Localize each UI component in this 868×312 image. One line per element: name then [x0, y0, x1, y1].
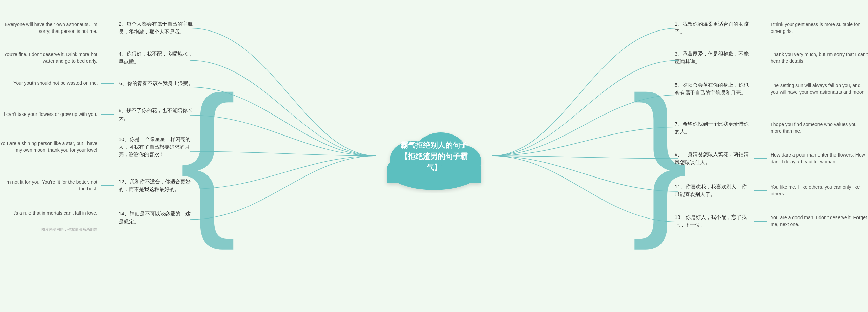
- right-item-1-line: [754, 28, 767, 28]
- left-item-3-zh: 6、你的青春不该在我身上浪费。: [119, 80, 193, 87]
- left-item-1-line: [101, 28, 114, 28]
- right-item-2: 3、承蒙厚爱，但是很抱歉，不能愿闻其详。 Thank you very much…: [675, 50, 868, 65]
- right-item-6: 11、你喜欢我，我喜欢别人，你只能喜欢别人了。 You like me, I l…: [675, 183, 868, 198]
- right-item-4-zh: 7、希望你找到一个比我更珍惜你的人。: [675, 120, 749, 136]
- right-item-4-line: [754, 128, 767, 128]
- right-item-5-en: How dare a poor man enter the flowers. H…: [771, 152, 868, 165]
- main-container: 霸气拒绝别人的句子【拒绝渣男的句子霸气】 { } Everyone will h…: [0, 0, 868, 312]
- right-item-1-en: I think your gentleness is more suitable…: [771, 21, 868, 35]
- right-item-7-line: [754, 221, 767, 222]
- left-item-1: Everyone will have their own astronauts.…: [0, 20, 193, 36]
- right-item-5: 9、一身清贫怎敢入繁花，两袖清风怎敢误佳人。 How dare a poor m…: [675, 151, 868, 166]
- left-item-7-zh: 14、神仙是不可以谈恋爱的，这是规定。: [119, 210, 193, 225]
- left-item-5: You are a shining person like a star, bu…: [0, 136, 193, 159]
- right-item-4: 7、希望你找到一个比我更珍惜你的人。 I hope you find someo…: [675, 120, 868, 136]
- right-item-5-zh: 9、一身清贫怎敢入繁花，两袖清风怎敢误佳人。: [675, 151, 749, 166]
- right-item-6-line: [754, 190, 767, 191]
- right-item-5-line: [754, 158, 767, 159]
- left-item-7: It's a rule that immortals can't fall in…: [0, 208, 193, 232]
- left-item-6-en: I'm not fit for you. You're fit for the …: [0, 179, 97, 192]
- right-item-3: 5、夕阳总会落在你的身上，你也会有属于自己的宇航员和月亮。 The settin…: [675, 81, 868, 97]
- left-item-2-line: [101, 58, 114, 58]
- left-item-4: I can't take your flowers or grow up wit…: [0, 107, 193, 122]
- right-item-7-zh: 13、你是好人，我不配，忘了我吧，下一位。: [675, 213, 749, 229]
- right-item-7-en: You are a good man, I don't deserve it. …: [771, 214, 868, 228]
- left-item-3: Your youth should not be wasted on me. 6…: [0, 80, 193, 87]
- left-item-7-line: [101, 213, 114, 213]
- left-item-2-zh: 4、你很好，我不配，多喝热水，早点睡。: [119, 50, 193, 65]
- right-item-2-en: Thank you very much, but I'm sorry that …: [771, 51, 868, 64]
- right-item-2-line: [754, 58, 767, 58]
- left-item-3-en: Your youth should not be wasted on me.: [0, 80, 98, 87]
- left-item-1-zh: 2、每个人都会有属于自己的宇航员，很抱歉，那个人不是我。: [119, 20, 193, 36]
- left-item-4-en: I can't take your flowers or grow up wit…: [0, 111, 97, 118]
- left-item-5-line: [101, 147, 114, 147]
- left-item-4-zh: 8、接不了你的花，也不能陪你长大。: [119, 107, 193, 122]
- left-item-5-zh: 10、你是一个像星星一样闪亮的人，可我有了自己想要追求的月亮，谢谢你的喜欢！: [119, 136, 193, 159]
- right-item-4-en: I hope you find someone who values you m…: [771, 121, 868, 134]
- left-item-6-line: [101, 185, 114, 186]
- left-item-3-line: [101, 83, 114, 84]
- cloud-title: 霸气拒绝别人的句子【拒绝渣男的句子霸气】: [393, 139, 475, 173]
- right-item-2-zh: 3、承蒙厚爱，但是很抱歉，不能愿闻其详。: [675, 50, 749, 65]
- left-item-7-en: It's a rule that immortals can't fall in…: [0, 210, 97, 217]
- left-item-1-en: Everyone will have their own astronauts.…: [0, 21, 97, 35]
- left-item-2-en: You're fine. I don't deserve it. Drink m…: [0, 51, 97, 64]
- right-item-7: 13、你是好人，我不配，忘了我吧，下一位。 You are a good man…: [675, 213, 868, 229]
- right-item-3-en: The setting sun will always fall on you,…: [771, 82, 868, 96]
- left-item-4-line: [101, 114, 114, 115]
- cloud-center: 霸气拒绝别人的句子【拒绝渣男的句子霸气】: [376, 112, 492, 200]
- right-item-1-zh: 1、我想你的温柔更适合别的女孩子。: [675, 20, 749, 36]
- right-item-6-en: You like me, I like others, you can only…: [771, 184, 868, 197]
- left-item-6-zh: 12、我和你不适合，你适合更好的，而不是我这种最好的。: [119, 178, 193, 193]
- left-item-2: You're fine. I don't deserve it. Drink m…: [0, 50, 193, 65]
- footer-text: 图片来源网络，侵权请联系系删除: [0, 227, 97, 232]
- left-item-6: I'm not fit for you. You're fit for the …: [0, 178, 193, 193]
- right-item-6-zh: 11、你喜欢我，我喜欢别人，你只能喜欢别人了。: [675, 183, 749, 198]
- right-item-3-line: [754, 89, 767, 89]
- right-item-1: 1、我想你的温柔更适合别的女孩子。 I think your gentlenes…: [675, 20, 868, 36]
- left-item-5-en: You are a shining person like a star, bu…: [0, 140, 97, 153]
- right-item-3-zh: 5、夕阳总会落在你的身上，你也会有属于自己的宇航员和月亮。: [675, 81, 749, 97]
